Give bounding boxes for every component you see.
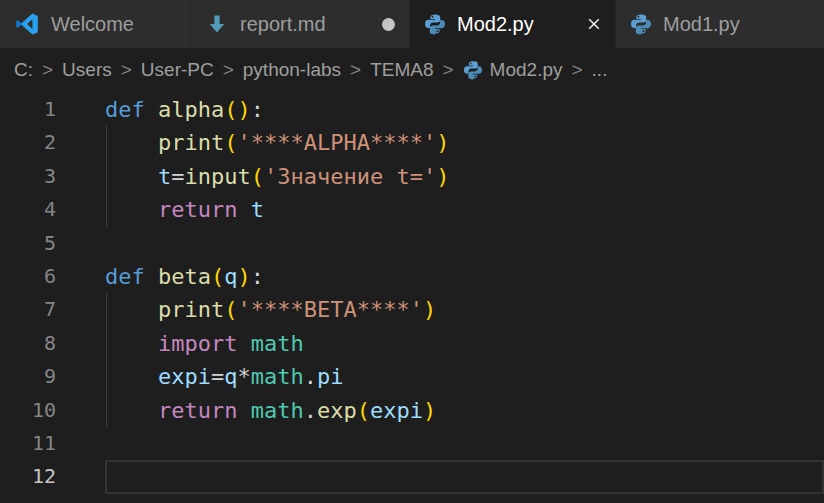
code-token [145, 97, 158, 122]
code-token: ( [224, 97, 237, 122]
line-number: 1 [0, 93, 56, 126]
code-token: t [251, 197, 264, 222]
code-token: return [158, 197, 237, 222]
code-line-content [105, 427, 824, 460]
python-icon [630, 13, 652, 35]
tab-right-slot [794, 15, 812, 33]
breadcrumb-item-users[interactable]: Users [62, 59, 112, 81]
code-line-content: return t [105, 193, 824, 226]
code-token [105, 297, 158, 322]
code-token: ( [211, 264, 224, 289]
line-number: 6 [0, 260, 56, 293]
code-line[interactable]: 3 t=input('Значение t=') [0, 160, 824, 193]
modified-dot[interactable] [379, 15, 397, 33]
breadcrumb-item-tema8[interactable]: TEMA8 [370, 59, 433, 81]
vscode-window: Welcome report.md Mod2.py [0, 0, 824, 503]
code-token: print [158, 297, 224, 322]
code-token: : [251, 97, 264, 122]
code-line[interactable]: 6def beta(q): [0, 260, 824, 293]
code-token: exp [317, 398, 357, 423]
code-line[interactable]: 10 return math.exp(expi) [0, 394, 824, 427]
code-token: math [251, 331, 304, 356]
tab-mod1-py[interactable]: Mod1.py [616, 0, 824, 48]
close-icon[interactable] [585, 15, 603, 33]
indent-guide [106, 293, 107, 326]
tab-label: Mod1.py [663, 13, 740, 36]
code-token: import [158, 331, 237, 356]
code-line[interactable]: 7 print('****BETA****') [0, 293, 824, 326]
breadcrumb-item-drive[interactable]: C: [14, 59, 33, 81]
tab-right-slot [160, 15, 178, 33]
indent-guide [106, 160, 107, 193]
line-number: 11 [0, 427, 56, 460]
code-line[interactable]: 5 [0, 227, 824, 260]
code-line-content: return math.exp(expi) [105, 394, 824, 427]
indent-guide [106, 126, 107, 159]
line-number: 4 [0, 193, 56, 226]
code-token: . [304, 364, 317, 389]
code-token [105, 197, 158, 222]
tab-report-md[interactable]: report.md [191, 0, 410, 48]
code-token [105, 398, 158, 423]
code-token: q [224, 364, 237, 389]
code-editor[interactable]: 1def alpha():2 print('****ALPHA****')3 t… [0, 92, 824, 503]
breadcrumb-item-python-labs[interactable]: python-labs [243, 59, 341, 81]
code-token: : [251, 264, 264, 289]
code-token: alpha [158, 97, 224, 122]
chevron-right-icon: > [443, 59, 454, 81]
indent-guide [106, 394, 107, 427]
code-line[interactable]: 8 import math [0, 327, 824, 360]
breadcrumb-item-user-pc[interactable]: User-PC [141, 59, 214, 81]
line-number: 8 [0, 327, 56, 360]
code-line[interactable]: 12 [0, 460, 824, 493]
chevron-right-icon: > [42, 59, 53, 81]
code-token: pi [317, 364, 344, 389]
code-token: = [211, 364, 224, 389]
code-token [105, 130, 158, 155]
code-line-content: def alpha(): [105, 93, 824, 126]
code-line[interactable]: 2 print('****ALPHA****') [0, 126, 824, 159]
breadcrumb-item-symbol-ellipsis[interactable]: ... [592, 59, 608, 81]
code-token: ) [237, 264, 250, 289]
line-number: 9 [0, 360, 56, 393]
code-token: def [105, 264, 145, 289]
code-token: ( [251, 164, 264, 189]
code-line[interactable]: 4 return t [0, 193, 824, 226]
code-line-content: import math [105, 327, 824, 360]
chevron-right-icon: > [121, 59, 132, 81]
code-token: . [304, 398, 317, 423]
code-token: math [251, 398, 304, 423]
code-token [237, 398, 250, 423]
vscode-logo-icon [14, 11, 40, 37]
code-line-content [105, 227, 824, 260]
code-line-content: expi=q*math.pi [105, 360, 824, 393]
tab-welcome[interactable]: Welcome [0, 0, 191, 48]
code-token: expi [370, 398, 423, 423]
code-token [237, 331, 250, 356]
code-line-content: def beta(q): [105, 260, 824, 293]
chevron-right-icon: > [350, 59, 361, 81]
code-line[interactable]: 1def alpha(): [0, 93, 824, 126]
code-token: ) [423, 297, 436, 322]
code-line-content: print('****BETA****') [105, 293, 824, 326]
breadcrumb-item-file[interactable]: Mod2.py [490, 59, 563, 81]
code-token [105, 364, 158, 389]
code-token: 'Значение t=' [264, 164, 436, 189]
code-line[interactable]: 9 expi=q*math.pi [0, 360, 824, 393]
line-number: 12 [0, 460, 56, 493]
breadcrumb: C: > Users > User-PC > python-labs > TEM… [0, 48, 824, 92]
code-token: ( [357, 398, 370, 423]
code-token: t [158, 164, 171, 189]
python-icon [463, 60, 483, 80]
line-number: 5 [0, 227, 56, 260]
code-token: input [184, 164, 250, 189]
python-icon [424, 13, 446, 35]
code-token: ) [436, 164, 449, 189]
code-line-content: print('****ALPHA****') [105, 126, 824, 159]
code-line[interactable]: 11 [0, 427, 824, 460]
code-token: return [158, 398, 237, 423]
code-token: ) [423, 398, 436, 423]
line-number: 3 [0, 160, 56, 193]
tab-mod2-py[interactable]: Mod2.py [410, 0, 616, 48]
chevron-right-icon: > [571, 59, 582, 81]
